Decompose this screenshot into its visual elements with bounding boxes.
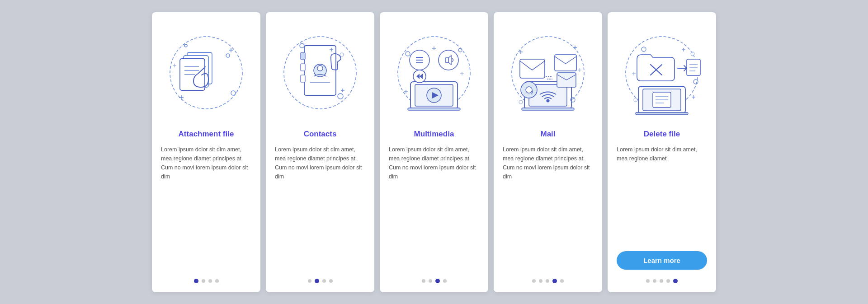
card-text-contacts: Lorem ipsum dolor sit dim amet, mea regi… bbox=[275, 145, 365, 270]
card-illustration-attachment bbox=[161, 23, 251, 122]
svg-rect-20 bbox=[301, 75, 305, 82]
svg-point-91 bbox=[642, 47, 646, 51]
dot-4 bbox=[215, 279, 219, 283]
svg-point-22 bbox=[317, 65, 323, 71]
card-illustration-multimedia bbox=[389, 23, 479, 122]
dot-1 bbox=[422, 279, 425, 283]
svg-rect-62 bbox=[555, 55, 576, 71]
svg-rect-18 bbox=[301, 52, 305, 60]
svg-point-49 bbox=[406, 51, 410, 56]
svg-point-12 bbox=[184, 44, 187, 47]
svg-rect-36 bbox=[408, 108, 460, 110]
card-attachment-file: Attachment file Lorem ipsum dolor sit di… bbox=[152, 12, 260, 292]
dot-1 bbox=[646, 279, 650, 283]
card-text-multimedia: Lorem ipsum dolor sit dim amet, mea regi… bbox=[389, 145, 479, 270]
card-dots-delete bbox=[646, 279, 678, 283]
dot-4 bbox=[443, 279, 447, 283]
cards-container: Attachment file Lorem ipsum dolor sit di… bbox=[152, 12, 716, 292]
svg-point-48 bbox=[458, 48, 462, 52]
card-mail: Mail Lorem ipsum dolor sit dim amet, mea… bbox=[494, 12, 602, 292]
svg-point-29 bbox=[340, 53, 344, 56]
dot-1 bbox=[194, 279, 198, 283]
dot-3 bbox=[546, 279, 549, 283]
svg-point-61 bbox=[526, 87, 532, 93]
dot-4 bbox=[666, 279, 670, 283]
svg-point-28 bbox=[300, 43, 304, 48]
card-title-multimedia: Multimedia bbox=[414, 130, 454, 139]
card-text-mail: Lorem ipsum dolor sit dim amet, mea regi… bbox=[503, 145, 593, 270]
card-illustration-contacts bbox=[275, 23, 365, 122]
dot-3 bbox=[322, 279, 326, 283]
card-contacts: Contacts Lorem ipsum dolor sit dim amet,… bbox=[266, 12, 374, 292]
svg-point-95 bbox=[691, 52, 694, 56]
svg-point-9 bbox=[226, 54, 230, 57]
card-title-attachment: Attachment file bbox=[179, 130, 234, 139]
card-multimedia: Multimedia Lorem ipsum dolor sit dim ame… bbox=[380, 12, 488, 292]
svg-point-57 bbox=[547, 99, 549, 102]
card-title-mail: Mail bbox=[540, 130, 555, 139]
dot-4 bbox=[329, 279, 333, 283]
dot-2 bbox=[429, 279, 432, 283]
card-dots-multimedia bbox=[422, 279, 447, 283]
card-delete-file: Delete file Lorem ipsum dolor sit dim am… bbox=[608, 12, 716, 292]
dot-1 bbox=[532, 279, 536, 283]
dot-2 bbox=[539, 279, 542, 283]
dot-5 bbox=[673, 279, 678, 283]
card-title-contacts: Contacts bbox=[304, 130, 337, 139]
svg-rect-81 bbox=[636, 112, 688, 115]
svg-rect-59 bbox=[520, 59, 545, 78]
card-text-attachment: Lorem ipsum dolor sit dim amet, mea regi… bbox=[161, 145, 251, 270]
dot-1 bbox=[308, 279, 311, 283]
card-dots-mail bbox=[532, 279, 564, 283]
card-illustration-mail bbox=[503, 23, 593, 122]
dot-4 bbox=[552, 279, 557, 283]
svg-rect-58 bbox=[522, 108, 574, 110]
card-text-delete: Lorem ipsum dolor sit dim amet, mea regi… bbox=[617, 145, 707, 244]
dot-3 bbox=[660, 279, 663, 283]
svg-point-92 bbox=[693, 80, 698, 84]
dot-3 bbox=[435, 279, 440, 283]
dot-5 bbox=[560, 279, 564, 283]
dot-2 bbox=[653, 279, 656, 283]
svg-point-96 bbox=[634, 98, 637, 102]
svg-point-71 bbox=[519, 100, 523, 104]
dot-2 bbox=[202, 279, 205, 283]
card-title-delete: Delete file bbox=[644, 130, 680, 139]
dot-3 bbox=[208, 279, 212, 283]
svg-point-30 bbox=[338, 94, 343, 99]
svg-rect-19 bbox=[301, 64, 305, 71]
dot-2 bbox=[315, 279, 319, 283]
card-dots-attachment bbox=[194, 279, 219, 283]
learn-more-button[interactable]: Learn more bbox=[617, 251, 707, 270]
card-dots-contacts bbox=[308, 279, 333, 283]
svg-rect-85 bbox=[687, 59, 700, 75]
card-illustration-delete bbox=[617, 23, 707, 122]
svg-point-13 bbox=[231, 91, 236, 95]
